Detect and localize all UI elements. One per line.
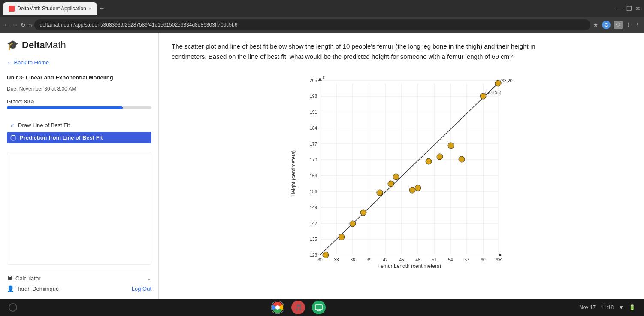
content-area-placeholder: [7, 152, 151, 265]
menu-item-draw-line[interactable]: ✓ Draw Line of Best Fit: [7, 119, 151, 131]
svg-text:135: 135: [310, 237, 317, 242]
main-content: 🎓 DeltaMath ← Back to Home Unit 3- Linea…: [0, 33, 644, 299]
battery-icon: 🔋: [629, 304, 635, 310]
reload-button[interactable]: ↻: [21, 21, 26, 28]
spinner-icon: [10, 135, 16, 141]
svg-text:170: 170: [310, 158, 317, 162]
svg-text:128: 128: [310, 253, 317, 258]
forward-nav-button[interactable]: →: [12, 21, 18, 28]
svg-point-61: [312, 301, 325, 314]
svg-text:163: 163: [310, 173, 317, 178]
user-icon: 👤: [7, 285, 14, 292]
maximize-button[interactable]: ❐: [626, 5, 632, 12]
tab-close-button[interactable]: ×: [89, 6, 91, 11]
svg-text:48: 48: [415, 258, 420, 262]
browser-taskbar: DeltaMath Student Application × + — ❐ ✕: [0, 0, 644, 17]
scatter-point: [448, 143, 454, 149]
active-tab[interactable]: DeltaMath Student Application ×: [3, 2, 97, 15]
star-icon[interactable]: ★: [593, 21, 599, 28]
scatter-point: [437, 154, 443, 160]
scatter-point: [360, 210, 366, 216]
download-icon[interactable]: ⤓: [626, 21, 631, 28]
back-nav-button[interactable]: ←: [3, 21, 9, 28]
menu-item-draw-label: Draw Line of Best Fit: [18, 122, 70, 128]
svg-text:205: 205: [310, 78, 317, 83]
scatter-point: [350, 221, 356, 227]
logout-link[interactable]: Log Out: [132, 286, 151, 292]
point-label-63-205: (63,205): [500, 79, 513, 83]
scatter-point: [415, 185, 421, 191]
svg-marker-1: [318, 77, 322, 81]
scatter-point: [377, 190, 383, 196]
url-text: deltamath.com/app/student/3683936/252875…: [39, 22, 237, 28]
screen-icon[interactable]: [312, 301, 326, 314]
svg-text:156: 156: [310, 189, 317, 194]
svg-text:149: 149: [310, 205, 317, 210]
home-button[interactable]: ⌂: [28, 21, 32, 28]
back-to-home-link[interactable]: ← Back to Home: [7, 59, 151, 66]
svg-line-55: [320, 82, 499, 255]
point-label-60-198: (60,198): [485, 90, 501, 95]
chrome-icon[interactable]: [271, 301, 284, 314]
minimize-button[interactable]: —: [617, 5, 623, 12]
menu-item-prediction[interactable]: Prediction from Line of Best Fit: [7, 132, 151, 143]
calculator-label: Calculator: [15, 275, 41, 282]
user-left: 👤 Tarah Dominique: [7, 285, 59, 292]
new-tab-button[interactable]: +: [100, 5, 104, 12]
circle-button[interactable]: [9, 303, 17, 312]
svg-text:Femur Length (centimeters): Femur Length (centimeters): [377, 263, 441, 268]
unit-title: Unit 3- Linear and Exponential Modeling: [7, 74, 151, 81]
svg-text:142: 142: [310, 221, 317, 226]
profile-icon[interactable]: C: [602, 21, 611, 29]
grade-bar-background: [7, 106, 151, 109]
y-axis-label: Height (centimeters): [290, 150, 296, 197]
wifi-icon: ▼: [619, 304, 624, 310]
chart-container: Height (centimeters) y x: [172, 70, 631, 270]
address-bar: ← → ↻ ⌂ deltamath.com/app/student/368393…: [0, 17, 644, 33]
svg-text:54: 54: [448, 258, 453, 262]
svg-text:36: 36: [350, 258, 355, 262]
scatter-point: [393, 174, 399, 180]
calculator-icon: 🖩: [7, 275, 13, 282]
svg-text:63: 63: [496, 258, 501, 262]
scatter-point: [459, 156, 465, 162]
chart-area: The scatter plot and line of best fit be…: [159, 33, 644, 299]
extension-icon[interactable]: 🛡: [614, 21, 623, 29]
svg-text:33: 33: [334, 258, 339, 262]
logo-light: Math: [45, 40, 66, 50]
browser-actions: ★ C 🛡 ⤓ ⋮: [593, 21, 641, 29]
question-text: The scatter plot and line of best fit be…: [172, 41, 541, 62]
scatter-point: [426, 158, 432, 164]
taskbar-right: Nov 17 11:18 ▼ 🔋: [579, 304, 635, 310]
svg-text:45: 45: [399, 258, 404, 262]
menu-items: ✓ Draw Line of Best Fit Prediction from …: [7, 119, 151, 143]
url-input[interactable]: deltamath.com/app/student/3683936/252875…: [34, 19, 590, 30]
grade-section: Grade: 80%: [7, 99, 151, 109]
taskbar-center: 🎵: [271, 301, 326, 314]
svg-text:🎵: 🎵: [295, 304, 302, 311]
music-icon[interactable]: 🎵: [291, 301, 305, 314]
svg-text:51: 51: [432, 258, 437, 262]
logo-area: 🎓 DeltaMath: [7, 40, 151, 54]
svg-point-58: [275, 305, 280, 310]
calculator-left: 🖩 Calculator: [7, 275, 41, 282]
close-button[interactable]: ✕: [635, 5, 641, 12]
svg-text:30: 30: [317, 258, 323, 262]
grade-bar-fill: [7, 106, 123, 109]
svg-text:177: 177: [310, 142, 317, 146]
menu-icon[interactable]: ⋮: [635, 21, 641, 28]
logo-icon: 🎓: [7, 40, 18, 51]
grade-text: Grade: 80%: [7, 99, 151, 105]
scatter-point: [388, 181, 394, 187]
svg-marker-4: [499, 253, 502, 257]
scatter-point: [409, 187, 415, 193]
scatter-point: [323, 252, 329, 258]
tab-title: DeltaMath Student Application: [17, 6, 86, 12]
svg-text:42: 42: [383, 258, 388, 262]
calculator-row: 🖩 Calculator ⌄: [7, 275, 151, 282]
chevron-down-icon[interactable]: ⌄: [147, 275, 151, 281]
taskbar-left: [9, 303, 17, 312]
user-row: 👤 Tarah Dominique Log Out: [7, 285, 151, 292]
menu-item-prediction-label: Prediction from Line of Best Fit: [20, 134, 103, 141]
date-display: Nov 17: [579, 304, 596, 310]
